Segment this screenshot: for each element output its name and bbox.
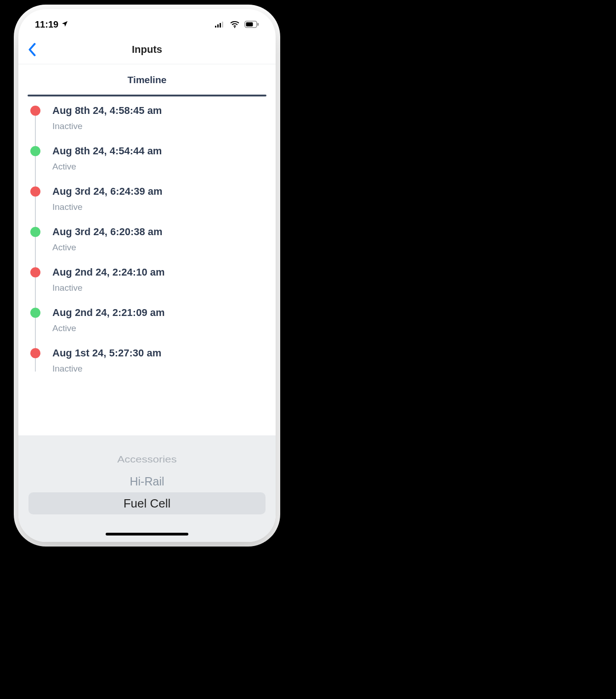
timeline-item[interactable]: Aug 8th 24, 4:54:44 amActive xyxy=(28,145,265,186)
event-status: Active xyxy=(52,323,265,333)
status-dot-icon xyxy=(30,227,40,237)
timeline-list[interactable]: Aug 8th 24, 4:58:45 amInactiveAug 8th 24… xyxy=(18,96,276,435)
event-timestamp: Aug 8th 24, 4:54:44 am xyxy=(52,145,265,157)
event-timestamp: Aug 8th 24, 4:58:45 am xyxy=(52,105,265,117)
svg-point-4 xyxy=(234,27,235,28)
status-dot-icon xyxy=(30,106,40,116)
event-timestamp: Aug 3rd 24, 6:24:39 am xyxy=(52,186,265,197)
home-indicator[interactable] xyxy=(106,533,188,536)
location-icon xyxy=(61,19,68,30)
battery-icon xyxy=(244,21,259,28)
svg-rect-0 xyxy=(215,26,216,28)
tab-timeline[interactable]: Timeline xyxy=(120,64,174,95)
event-status: Inactive xyxy=(52,121,265,131)
event-status: Active xyxy=(52,162,265,172)
event-timestamp: Aug 1st 24, 5:27:30 am xyxy=(52,347,265,359)
svg-rect-3 xyxy=(222,22,223,28)
timeline-item[interactable]: Aug 1st 24, 5:27:30 amInactive xyxy=(28,347,265,388)
phone-shadow xyxy=(18,551,285,559)
status-dot-icon xyxy=(30,267,40,277)
event-status: Inactive xyxy=(52,364,265,374)
status-dot-icon xyxy=(30,186,40,197)
event-status: Inactive xyxy=(52,283,265,293)
svg-rect-6 xyxy=(246,23,253,27)
chevron-left-icon xyxy=(28,43,37,56)
timeline-item[interactable]: Aug 8th 24, 4:58:45 amInactive xyxy=(28,105,265,145)
event-timestamp: Aug 2nd 24, 2:24:10 am xyxy=(52,266,265,278)
back-button[interactable] xyxy=(28,43,37,56)
nav-header: Inputs xyxy=(18,35,276,64)
timeline-item[interactable]: Aug 3rd 24, 6:20:38 amActive xyxy=(28,226,265,266)
phone-frame: 11:19 Inputs Timeline Aug 8th 24, 4: xyxy=(18,9,276,542)
tab-bar: Timeline xyxy=(18,64,276,95)
page-title: Inputs xyxy=(132,44,162,56)
status-dot-icon xyxy=(30,348,40,358)
picker-option[interactable]: Accessories xyxy=(28,450,266,469)
event-timestamp: Aug 2nd 24, 2:21:09 am xyxy=(52,307,265,319)
picker-wheel[interactable]: AccessoriesHi-RailFuel Cell xyxy=(18,435,276,542)
wifi-icon xyxy=(230,21,240,28)
event-status: Active xyxy=(52,242,265,253)
status-dot-icon xyxy=(30,308,40,318)
status-left: 11:19 xyxy=(35,19,68,30)
svg-rect-1 xyxy=(217,24,219,28)
status-time: 11:19 xyxy=(35,19,58,30)
cellular-icon xyxy=(215,21,225,28)
status-dot-icon xyxy=(30,146,40,156)
timeline-item[interactable]: Aug 2nd 24, 2:24:10 amInactive xyxy=(28,266,265,307)
timeline-item[interactable]: Aug 2nd 24, 2:21:09 amActive xyxy=(28,307,265,347)
event-status: Inactive xyxy=(52,202,265,212)
timeline-item[interactable]: Aug 3rd 24, 6:24:39 amInactive xyxy=(28,186,265,226)
status-bar: 11:19 xyxy=(18,9,276,35)
status-right xyxy=(215,21,259,28)
svg-rect-7 xyxy=(258,23,259,26)
picker-option[interactable]: Fuel Cell xyxy=(28,492,266,514)
picker-option[interactable]: Hi-Rail xyxy=(28,470,266,492)
svg-rect-2 xyxy=(220,23,221,28)
event-timestamp: Aug 3rd 24, 6:20:38 am xyxy=(52,226,265,238)
